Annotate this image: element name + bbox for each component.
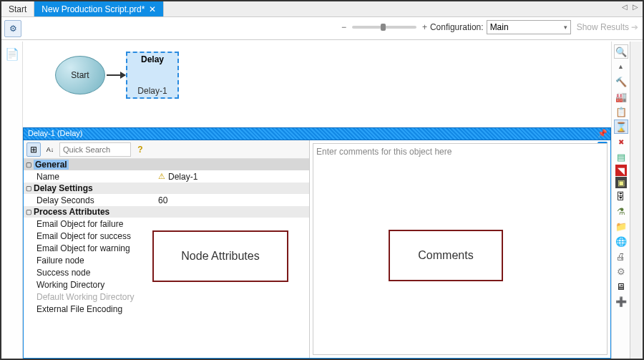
tab-prev-icon[interactable]: ◁ [622,3,628,11]
right-toolbar: 🔍 ▲ 🔨 🏭 📋 ⌛ ✖ ▤ ◥ ▣ 🗄 ⚗ 📁 🌐 🖨 ⚙ 🖥 ➕ [611,42,630,359]
delay-node[interactable]: Delay Delay-1 [126,52,179,99]
arrow-icon: ➔ [631,22,638,32]
panel-body: ⊞ A↓ ? ▢General Name⚠Delay-1 ▢Delay Sett… [23,140,611,359]
prop-email-success[interactable]: Email Object for success [24,230,309,242]
property-list-pane: ⊞ A↓ ? ▢General Name⚠Delay-1 ▢Delay Sett… [24,140,310,358]
zoom-minus[interactable]: − [341,22,346,32]
close-icon[interactable]: ✕ [149,4,156,14]
properties-panel: Delay-1 (Delay) 📌 ⊞ A↓ ? ▢General Name⚠D… [23,127,611,359]
comments-placeholder: Enter comments for this object here [316,147,452,157]
comments-pane: i Enter comments for this object here Co… [310,140,610,358]
terminal-icon[interactable]: ▣ [615,177,627,188]
print-icon[interactable]: 🖨 [614,249,628,263]
configuration-value: Main [490,22,509,32]
folder-icon[interactable]: 📁 [614,219,628,233]
filter-icon[interactable]: ⚗ [614,204,628,218]
annotation-comments: Comments [389,230,503,281]
delay-node-title: Delay [127,54,177,64]
group-process-attributes[interactable]: ▢Process Attributes [24,206,309,218]
grid-icon: ⊞ [30,145,37,155]
zoom-thumb[interactable] [381,24,386,31]
chevron-down-icon: ▾ [564,24,567,31]
sort-icon: A↓ [47,146,54,153]
prop-email-warning[interactable]: Email Object for warning [24,242,309,254]
vertical-scrollbar[interactable] [630,42,643,359]
panel-header[interactable]: Delay-1 (Delay) 📌 [23,127,611,140]
gear-icon: ⚙ [9,24,17,34]
clipboard-icon[interactable]: 📋 [614,104,628,119]
start-node[interactable]: Start [55,56,105,94]
add-icon[interactable]: ➕ [614,294,628,308]
property-toolbar: ⊞ A↓ ? [24,140,309,159]
triangle-icon[interactable]: ▲ [614,59,628,74]
document-icon[interactable]: 📄 [5,48,19,60]
zoom-plus[interactable]: + [422,22,427,32]
hourglass-icon[interactable]: ⌛ [614,120,628,134]
group-delay-settings[interactable]: ▢Delay Settings [24,183,309,194]
tab-nav-arrows: ◁ ▷ [619,3,638,11]
table-icon[interactable]: ▤ [614,150,628,164]
panel-title: Delay-1 (Delay) [28,129,82,137]
show-results-button[interactable]: Show Results ➔ [577,22,638,32]
quick-search-input[interactable] [59,142,131,157]
search-tool-icon[interactable]: 🔍 [614,44,628,59]
prop-email-failure[interactable]: Email Object for failure [24,218,309,230]
configuration-label: Configuration: [430,22,484,32]
canvas-wrap: Start Delay Delay-1 Delay-1 (Delay) 📌 ⊞ … [23,42,611,359]
settings-button[interactable]: ⚙ [4,20,21,37]
settings-icon[interactable]: ⚙ [614,264,628,278]
database-icon[interactable]: 🗄 [614,189,628,203]
pin-icon[interactable]: 📌 [597,129,608,138]
categorize-button[interactable]: ⊞ [26,142,41,157]
prop-default-working-dir: Default Working Directory [24,291,309,303]
help-icon: ? [137,145,142,155]
prop-failure-node[interactable]: Failure node [24,254,309,266]
tab-start[interactable]: Start [1,1,34,16]
zoom-slider[interactable] [352,26,416,29]
tab-bar: Start New Production Script.prd* ✕ ◁ ▷ [1,1,643,17]
flag-icon[interactable]: ◥ [615,165,627,176]
tab-active-file[interactable]: New Production Script.prd* ✕ [34,1,164,16]
prop-working-dir[interactable]: Working Directory [24,278,309,291]
tab-next-icon[interactable]: ▷ [633,3,638,11]
group-general[interactable]: ▢General [24,159,309,170]
build-icon[interactable]: 🔨 [614,74,628,89]
factory-icon[interactable]: 🏭 [614,89,628,104]
tab-active-label: New Production Script.prd* [42,4,145,14]
prop-success-node[interactable]: Success node [24,266,309,278]
comments-textarea[interactable]: Enter comments for this object here Comm… [313,143,608,355]
configuration-select[interactable]: Main ▾ [487,20,571,34]
help-button[interactable]: ? [133,142,147,157]
toolbar: ⚙ − + Configuration: Main ▾ Show Results… [1,17,643,40]
globe-icon[interactable]: 🌐 [614,234,628,248]
connector-arrow[interactable] [107,74,125,76]
prop-delay-seconds[interactable]: Delay Seconds60 [24,194,309,206]
sort-az-button[interactable]: A↓ [43,142,57,157]
prop-external-encoding[interactable]: External File Encoding [24,303,309,315]
property-list[interactable]: ▢General Name⚠Delay-1 ▢Delay Settings De… [24,159,309,358]
start-node-label: Start [71,70,89,80]
prop-name[interactable]: Name⚠Delay-1 [24,170,309,183]
main-area: 📄 Start Delay Delay-1 Delay-1 (Delay) 📌 … [1,42,643,359]
delay-node-name: Delay-1 [127,86,177,96]
delete-icon[interactable]: ✖ [614,135,628,149]
monitor-icon[interactable]: 🖥 [614,279,628,293]
left-gutter: 📄 [1,42,23,359]
